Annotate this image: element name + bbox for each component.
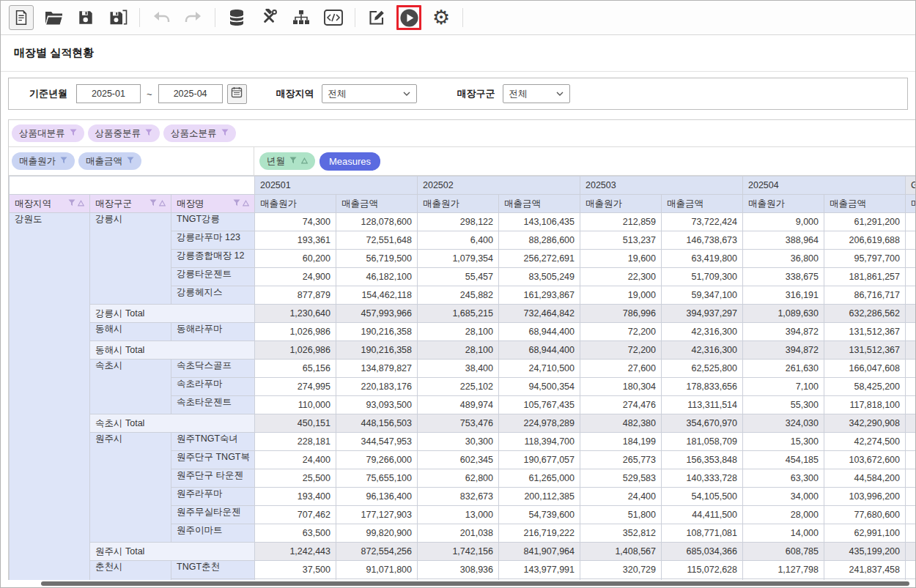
total-label-cell: 속초시 Total	[90, 414, 255, 433]
measure-header[interactable]: 매출원가	[580, 195, 662, 213]
value-cell: 63,419,800	[662, 250, 743, 268]
total-value-cell: 1,026,986	[255, 341, 336, 360]
base-month-to-input[interactable]	[158, 84, 223, 103]
chevron-down-icon	[556, 89, 564, 99]
database-button[interactable]	[224, 5, 249, 30]
value-cell: 338,675	[743, 268, 824, 286]
filter-panel: 기준년월 ~ 매장지역 전체 매장구군 전체	[8, 78, 908, 110]
funnel-icon[interactable]	[289, 156, 297, 166]
region-field-header[interactable]: 매장지역	[10, 195, 90, 213]
store-field-header[interactable]: 매장명	[171, 195, 255, 213]
funnel-icon[interactable]	[145, 128, 152, 138]
toolbar: ⚙	[1, 1, 915, 35]
district-field-header[interactable]: 매장구군	[90, 195, 171, 213]
district-cell: 동해시	[90, 323, 171, 341]
year-group-header[interactable]: 202501	[255, 176, 418, 195]
year-group-header[interactable]: 202503	[580, 176, 743, 195]
region-select[interactable]: 전체	[322, 84, 417, 103]
year-group-header[interactable]: 202502	[418, 176, 580, 195]
value-cell: 118,394,700	[499, 433, 580, 451]
value-cell: 96,136,400	[336, 488, 418, 506]
settings-button[interactable]: ⚙	[429, 5, 454, 30]
measure-header[interactable]: 매출금액	[824, 195, 906, 213]
year-group-header[interactable]: 202504	[743, 176, 906, 195]
save-button[interactable]	[73, 5, 98, 30]
value-cell: 63,500	[255, 524, 336, 543]
chip-product-middle-label: 상품중분류	[95, 127, 141, 140]
district-select[interactable]: 전체	[503, 84, 570, 103]
total-value-cell: 1,089,630	[743, 305, 824, 323]
measure-header[interactable]: 매출원가	[418, 195, 499, 213]
value-cell: 707,462	[255, 506, 336, 524]
sitemap-button[interactable]	[289, 5, 314, 30]
funnel-icon[interactable]	[221, 128, 229, 138]
measure-header[interactable]: 매출금액	[499, 195, 580, 213]
measure-header[interactable]: 매출원가	[255, 195, 336, 213]
chip-yearmonth[interactable]: 년월	[259, 152, 315, 170]
sort-asc-icon[interactable]	[301, 156, 308, 166]
calendar-button[interactable]	[227, 84, 247, 104]
store-name-cell: 원주무실타운젠	[171, 506, 255, 524]
sort-asc-icon[interactable]	[243, 198, 249, 209]
value-cell: 65,156	[255, 360, 336, 378]
chip-product-minor[interactable]: 상품소분류	[163, 124, 236, 142]
value-cell: 178,833,656	[662, 378, 743, 396]
funnel-icon[interactable]	[127, 156, 134, 166]
funnel-icon[interactable]	[60, 156, 67, 166]
value-cell: 44,584,200	[824, 469, 906, 488]
district-cell: 강릉시	[90, 213, 171, 305]
chip-measures[interactable]: Measures	[320, 152, 380, 171]
tools-button[interactable]	[256, 5, 281, 30]
chip-sales[interactable]: 매출금액	[78, 152, 141, 170]
measure-header[interactable]: 매출원가	[743, 195, 824, 213]
value-cell: 77,680,600	[824, 506, 906, 524]
value-cell: 91,071,800	[336, 561, 418, 579]
measure-header[interactable]: 매출금액	[662, 195, 743, 213]
chip-product-major[interactable]: 상품대분류	[12, 124, 84, 142]
value-cell-partial	[906, 561, 916, 579]
new-document-button[interactable]	[9, 5, 34, 30]
total-value-cell: 354,670,970	[662, 414, 743, 433]
value-cell: 832,673	[418, 488, 499, 506]
title-bar: 매장별 실적현황	[1, 35, 915, 72]
open-folder-icon	[45, 10, 63, 26]
field-header-label: 매장지역	[15, 198, 51, 210]
run-button[interactable]	[396, 5, 421, 30]
total-row: 속초시 Total450,151448,156,503753,476224,97…	[10, 414, 916, 433]
database-icon	[229, 9, 245, 26]
undo-button	[149, 5, 174, 30]
value-cell: 228,181	[255, 433, 336, 451]
chip-product-minor-label: 상품소분류	[171, 127, 217, 140]
total-value-cell: 394,872	[743, 341, 824, 360]
value-cell: 61,291,200	[824, 213, 906, 231]
value-cell: 74,300	[255, 213, 336, 231]
measure-header[interactable]: 매출금액	[336, 195, 418, 213]
edit-button[interactable]	[364, 5, 389, 30]
total-value-cell: 131,512,367	[824, 341, 906, 360]
horizontal-scrollbar-thumb[interactable]	[41, 581, 909, 586]
value-cell: 316,191	[743, 286, 824, 305]
funnel-icon[interactable]	[233, 198, 240, 209]
sort-asc-icon[interactable]	[78, 198, 84, 209]
chip-product-middle[interactable]: 상품중분류	[88, 124, 160, 142]
value-cell: 146,738,673	[662, 231, 743, 250]
save-copy-button[interactable]	[106, 5, 130, 30]
funnel-icon[interactable]	[68, 198, 75, 209]
code-button[interactable]	[321, 5, 346, 30]
sort-asc-icon[interactable]	[159, 198, 166, 209]
total-value-cell: 841,907,964	[499, 543, 580, 561]
value-cell: 22,300	[580, 268, 662, 286]
store-name-cell: 원주이마트	[171, 524, 255, 543]
new-document-icon	[13, 10, 29, 26]
field-header-row: 매장지역매장구군매장명매출원가매출금액매출원가매출금액매출원가매출금액매출원가매…	[10, 195, 916, 213]
value-cell: 143,977,991	[499, 561, 580, 579]
funnel-icon[interactable]	[70, 128, 77, 138]
base-month-from-input[interactable]	[76, 84, 141, 103]
funnel-icon[interactable]	[149, 198, 157, 209]
grand-total-header[interactable]: G	[906, 176, 916, 195]
open-folder-button[interactable]	[41, 5, 66, 30]
value-cell-partial	[906, 268, 916, 286]
value-cell: 14,000	[743, 524, 824, 543]
total-value-cell: 42,316,300	[662, 341, 743, 360]
chip-cost[interactable]: 매출원가	[12, 152, 75, 170]
